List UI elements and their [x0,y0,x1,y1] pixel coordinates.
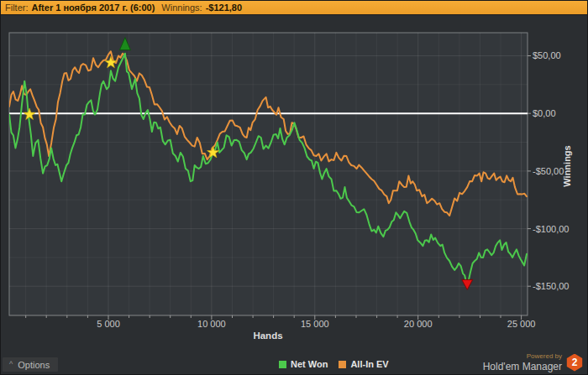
plot-area[interactable] [9,33,528,315]
x-tick-label: 20 000 [404,319,433,329]
chevron-up-icon: ^ [9,360,13,368]
x-tick-label: 25 000 [507,319,536,329]
powered-by: Powered by Hold'em Manager 2 [483,353,583,372]
holdem-manager-graph-window: Filter: After 1 ноября 2017 г. (6:00) Wi… [0,0,588,375]
powered-by-label: Powered by [483,353,562,360]
y-axis-title: Winnings [562,145,572,186]
options-button[interactable]: ^ Options [3,357,58,372]
legend-label-net-won: Net Won [291,359,328,369]
y-tick-label: -$100,00 [533,224,569,234]
x-tick-label: 5 000 [97,319,120,329]
options-button-label: Options [18,360,50,370]
hm2-badge-icon: 2 [566,354,583,372]
net-won-swatch-icon [279,361,286,368]
legend-label-all-in-ev: All-In EV [350,359,388,369]
holdem-manager-label: Hold'em Manager [483,362,562,372]
legend-item-net-won[interactable]: Net Won [279,359,328,369]
x-axis-title: Hands [253,331,282,341]
winnings-chart: $50,00$0,00-$50,00-$100,00-$150,005 0001… [1,1,588,375]
y-tick-label: -$50,00 [533,166,564,176]
y-tick-label: $50,00 [533,50,561,60]
y-tick-label: -$150,00 [533,281,569,291]
y-tick-label: $0,00 [533,108,556,118]
chart-legend: Net Won All-In EV [279,359,389,369]
x-tick-label: 15 000 [301,319,329,329]
all-in-ev-swatch-icon [339,361,346,368]
x-tick-label: 10 000 [197,319,226,329]
legend-item-all-in-ev[interactable]: All-In EV [339,359,388,369]
